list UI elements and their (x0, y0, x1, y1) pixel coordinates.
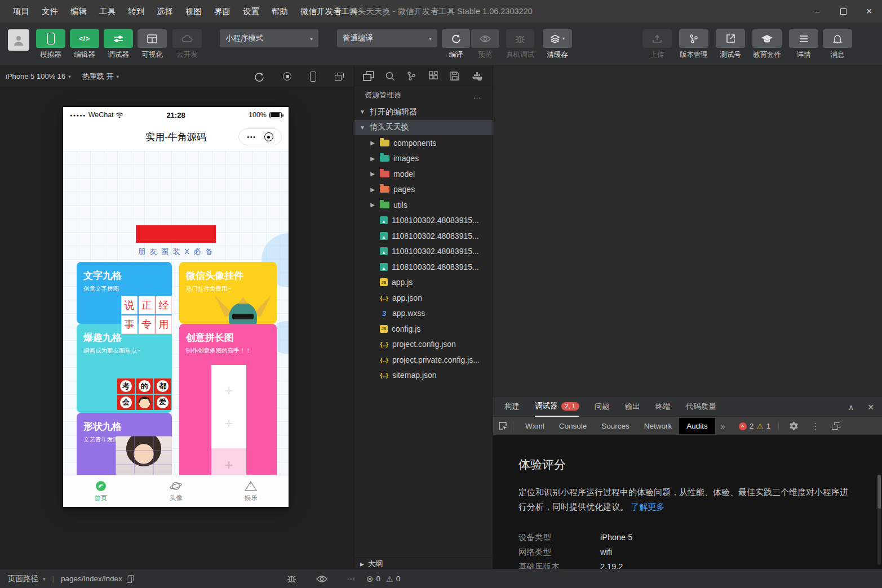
tree-file-image[interactable]: ▲ 1108100302.48083915... (354, 259, 493, 275)
tree-file-sitemap[interactable]: {..} sitemap.json (354, 368, 493, 384)
tree-folder-components[interactable]: ▶ components (354, 135, 493, 151)
compile-button[interactable]: 编译 (442, 29, 470, 60)
console-status[interactable]: ✕ 2 ⚠ 1 (739, 422, 779, 431)
tree-folder-utils[interactable]: ▶ utils (354, 197, 493, 213)
bug-icon[interactable] (286, 574, 297, 583)
panel-tab-problems[interactable]: 问题 (595, 397, 610, 417)
tab-fun[interactable]: 娱乐 (214, 475, 289, 507)
menu-settings[interactable]: 设置 (238, 4, 264, 19)
person-icon (12, 34, 25, 46)
menu-view[interactable]: 视图 (180, 4, 207, 19)
tab-home[interactable]: 首页 (63, 475, 138, 507)
menu-help[interactable]: 帮助 (267, 4, 293, 19)
outline-section[interactable]: ▸ 大纲 (354, 558, 493, 569)
more-actions-icon[interactable]: … (473, 91, 482, 100)
tree-file-appjs[interactable]: JS app.js (354, 275, 493, 291)
exit-target-icon[interactable] (264, 132, 273, 141)
more-tabs-icon[interactable]: » (715, 422, 731, 431)
rotate-icon[interactable] (254, 72, 264, 82)
tree-file-image[interactable]: ▲ 1108100302.48083915... (354, 213, 493, 229)
tab-avatar[interactable]: 头像 (138, 475, 213, 507)
maximize-button[interactable] (830, 0, 856, 23)
audit-info-rows: 设备类型 iPhone 5 网络类型 wifi 基础库版本 2.19.2 (518, 530, 834, 569)
device-frame-icon[interactable] (310, 72, 316, 82)
panel-tab-output[interactable]: 输出 (625, 397, 640, 417)
tree-section-open-editors[interactable]: ▼ 打开的编辑器 (354, 104, 493, 120)
panel-tab-terminal[interactable]: 终端 (655, 397, 671, 417)
ellipsis-icon[interactable]: ⋯ (347, 574, 355, 584)
more-dots-icon[interactable]: ••• (247, 133, 256, 140)
menu-tools[interactable]: 工具 (94, 4, 121, 19)
debugger-button[interactable]: 调试器 (104, 29, 133, 60)
folder-icon (380, 186, 389, 193)
test-account-button[interactable]: 测试号 (716, 29, 745, 60)
menu-interface[interactable]: 界面 (209, 4, 236, 19)
messages-button[interactable]: 消息 (823, 29, 852, 60)
clear-cache-button[interactable]: ▾ 清缓存 (543, 29, 572, 60)
menu-file[interactable]: 文件 (37, 4, 63, 19)
panel-tab-code-quality[interactable]: 代码质量 (686, 397, 716, 417)
devtools-tab-sources[interactable]: Sources (594, 418, 637, 434)
tree-file-appwxss[interactable]: 3 app.wxss (354, 306, 493, 322)
tree-folder-model[interactable]: ▶ model (354, 166, 493, 182)
compile-mode-select[interactable]: 普通编译 ▾ (337, 29, 437, 47)
edu-suite-button[interactable]: 教育套件 (752, 29, 782, 60)
close-button[interactable]: ✕ (856, 0, 882, 23)
device-select[interactable]: iPhone 5 100% 16 ▾ (0, 72, 77, 81)
tree-file-appjson[interactable]: {..} app.json (354, 290, 493, 306)
page-path-label[interactable]: 页面路径 (8, 574, 38, 584)
mode-select[interactable]: 小程序模式 ▾ (220, 29, 318, 47)
search-icon[interactable] (385, 71, 395, 81)
error-count: 0 (376, 574, 381, 583)
extensions-icon[interactable] (428, 71, 438, 81)
panel-tab-build[interactable]: 构建 (504, 397, 520, 417)
menu-edit[interactable]: 编辑 (65, 4, 92, 19)
promo-banner[interactable] (136, 225, 216, 243)
capsule-menu[interactable]: ••• (238, 128, 282, 145)
card-avatar-pendant[interactable]: 微信头像挂件 热门挂件免费用~ (179, 262, 277, 324)
user-avatar[interactable] (8, 29, 29, 51)
hot-reload-select[interactable]: 热重载 开 ▾ (77, 72, 125, 82)
version-manage-button[interactable]: 版本管理 (679, 29, 708, 60)
docker-icon[interactable] (472, 72, 483, 81)
minimize-button[interactable]: – (804, 0, 830, 23)
tree-file-projectconfig[interactable]: {..} project.config.json (354, 337, 493, 353)
tree-file-image[interactable]: ▲ 1108100302.48083915... (354, 228, 493, 244)
details-button[interactable]: 详情 (789, 29, 818, 60)
menu-project[interactable]: 项目 (8, 4, 34, 19)
gear-icon[interactable] (789, 421, 799, 431)
menu-goto[interactable]: 转到 (123, 4, 149, 19)
inspect-element-icon[interactable] (493, 421, 513, 432)
close-panel-icon[interactable]: ✕ (867, 403, 874, 412)
tree-file-projectprivate[interactable]: {..} project.private.config.js... (354, 352, 493, 368)
tree-file-image[interactable]: ▲ 1108100302.48083915... (354, 244, 493, 260)
save-icon[interactable] (450, 71, 460, 81)
copy-icon[interactable] (127, 575, 134, 583)
kebab-menu-icon[interactable]: ⋮ (811, 421, 819, 431)
devtools-tab-wxml[interactable]: Wxml (518, 418, 552, 434)
problem-counts[interactable]: ⊗ 0 ⚠ 0 (366, 574, 400, 584)
card-long-image[interactable]: 创意拼长图 制作创意多图的高手！！ + + + 展示图 (179, 324, 277, 475)
record-icon[interactable] (283, 72, 291, 81)
files-icon[interactable] (363, 72, 374, 81)
tree-file-configjs[interactable]: JS config.js (354, 321, 493, 337)
devtools-tab-audits[interactable]: Audits (679, 418, 715, 434)
editor-button[interactable]: </> 编辑器 (70, 29, 99, 60)
panel-tab-debugger[interactable]: 调试器 2, 1 (535, 397, 579, 417)
eye-icon[interactable] (316, 575, 327, 583)
visual-button[interactable]: 可视化 (138, 29, 167, 60)
collapse-icon[interactable]: ∧ (848, 403, 854, 412)
learn-more-link[interactable]: 了解更多 (631, 502, 664, 511)
tree-folder-images[interactable]: ▶ images (354, 151, 493, 167)
error-count: 2 (750, 422, 754, 430)
simulator-button[interactable]: 模拟器 (36, 29, 65, 60)
scrollbar[interactable] (877, 475, 881, 565)
devtools-tab-console[interactable]: Console (552, 418, 595, 434)
tree-section-project[interactable]: ▼ 情头天天换 (354, 120, 493, 136)
menu-select[interactable]: 选择 (152, 4, 178, 19)
source-control-icon[interactable] (406, 71, 416, 81)
tree-folder-pages[interactable]: ▶ pages (354, 182, 493, 198)
devtools-tab-network[interactable]: Network (637, 418, 680, 434)
undock-icon[interactable] (832, 422, 840, 430)
multi-window-icon[interactable] (335, 73, 344, 80)
